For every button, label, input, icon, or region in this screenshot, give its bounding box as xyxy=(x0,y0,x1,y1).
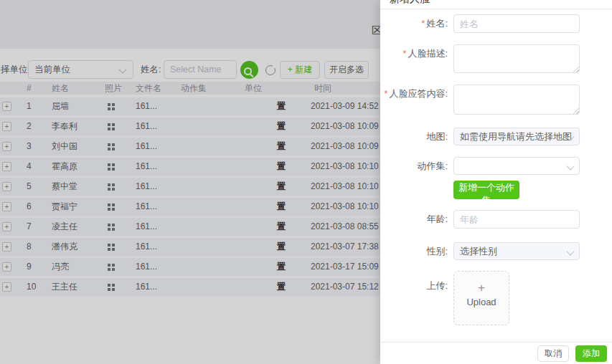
required-asterisk: * xyxy=(402,48,406,59)
upload-text: Upload xyxy=(454,297,509,307)
face-name-input[interactable] xyxy=(453,14,580,33)
upload-field-label: 上传: xyxy=(380,280,448,292)
label-text: 人脸描述: xyxy=(408,48,448,59)
plus-icon: + xyxy=(454,282,509,294)
divider xyxy=(380,342,612,343)
face-reply-textarea[interactable] xyxy=(453,85,580,115)
drawer-title: 新增人脸 xyxy=(390,0,430,6)
chevron-down-icon xyxy=(566,162,574,170)
gender-select[interactable]: 选择性别 xyxy=(453,242,580,260)
action-set-select[interactable] xyxy=(453,157,580,175)
map-select-placeholder: 如需使用导航请先选择地图 xyxy=(460,130,572,143)
required-asterisk: * xyxy=(384,88,387,99)
add-action-set-button[interactable]: 新增一个动作集 xyxy=(453,181,519,199)
label-text: 地图: xyxy=(426,131,448,142)
gender-field-label: 性别: xyxy=(380,246,448,257)
chevron-down-icon xyxy=(566,247,574,255)
face-desc-textarea[interactable] xyxy=(453,44,580,73)
drawer-mask[interactable] xyxy=(0,0,380,364)
name-field-label: *姓名: xyxy=(380,18,448,29)
reply-field-label: *人脸应答内容: xyxy=(380,88,448,100)
actionset-field-label: 动作集: xyxy=(380,161,448,172)
age-input[interactable] xyxy=(453,210,580,229)
label-text: 年龄: xyxy=(426,214,448,224)
map-field-label: 地图: xyxy=(380,131,448,143)
label-text: 姓名: xyxy=(426,18,448,29)
add-face-drawer: 新增人脸 *姓名: *人脸描述: *人脸应答内容: 地图: 如需使用导航请先选择… xyxy=(380,0,612,364)
label-text: 性别: xyxy=(426,246,448,257)
age-field-label: 年龄: xyxy=(380,214,448,225)
label-text: 上传: xyxy=(426,280,448,291)
desc-field-label: *人脸描述: xyxy=(380,48,448,59)
map-select[interactable]: 如需使用导航请先选择地图 xyxy=(453,128,580,145)
upload-dropzone[interactable]: + Upload xyxy=(453,271,509,325)
gender-select-placeholder: 选择性别 xyxy=(460,245,497,258)
label-text: 人脸应答内容: xyxy=(389,88,448,99)
add-button[interactable]: 添加 xyxy=(575,345,607,362)
label-text: 动作集: xyxy=(417,161,448,171)
cancel-button[interactable]: 取消 xyxy=(537,345,569,362)
divider xyxy=(380,9,612,9)
required-asterisk: * xyxy=(421,18,425,29)
